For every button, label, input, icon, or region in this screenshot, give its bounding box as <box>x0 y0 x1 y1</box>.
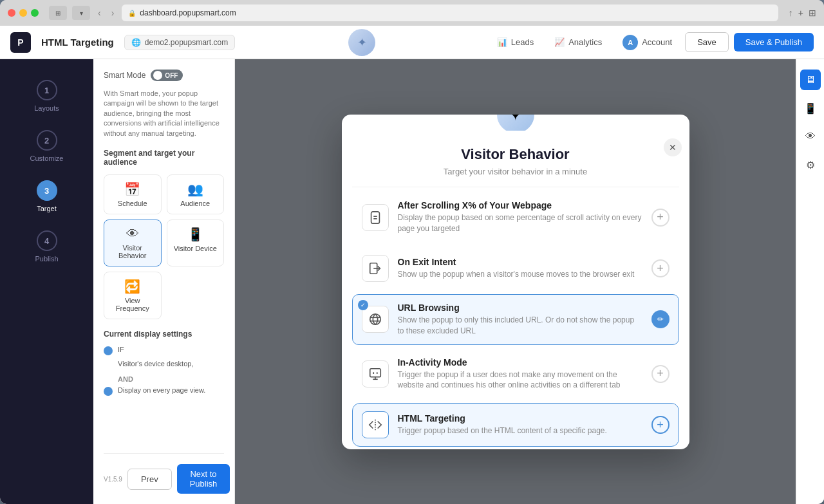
exit-add-btn[interactable]: + <box>651 259 670 277</box>
desktop-view-btn[interactable]: 🖥 <box>800 70 821 90</box>
app-logo: P <box>10 32 31 53</box>
smart-mode-desc: With Smart mode, your popup campaign wil… <box>104 89 224 138</box>
app-header: P HTML Targeting 🌐 demo2.popupsmart.com … <box>0 26 824 59</box>
target-item-view-frequency[interactable]: 🔁 View Frequency <box>104 272 162 319</box>
logo-text: P <box>17 37 23 48</box>
view-frequency-icon: 🔁 <box>124 279 140 294</box>
sidebar-item-customize[interactable]: 2 Customize <box>0 122 93 170</box>
html-title: HTML Targeting <box>398 413 642 424</box>
app-container: P HTML Targeting 🌐 demo2.popupsmart.com … <box>0 26 824 504</box>
step-label-2: Customize <box>30 154 64 162</box>
behavior-text-exit: On Exit Intent Show up the popup when a … <box>398 257 642 280</box>
lock-icon: 🔒 <box>128 10 136 17</box>
target-item-visitor-device[interactable]: 📱 Visitor Device <box>167 219 225 266</box>
site-badge: 🌐 demo2.popupsmart.com <box>124 35 235 50</box>
scroll-desc: Display the popup based on some percenta… <box>398 212 642 234</box>
behavior-text-html: HTML Targeting Trigger popup based on th… <box>398 413 642 436</box>
condition-page: Display on every page view. <box>104 386 224 396</box>
account-nav-item[interactable]: A Account <box>615 31 680 54</box>
url-check-indicator: ✓ <box>358 300 368 310</box>
share-icon[interactable]: ↑ <box>789 8 793 18</box>
smart-mode-row: Smart Mode OFF <box>104 70 224 81</box>
save-button[interactable]: Save <box>685 32 729 52</box>
eye-view-btn[interactable]: 👁 <box>800 126 821 147</box>
account-label: Account <box>642 37 672 47</box>
leads-icon: 📊 <box>497 37 507 47</box>
behavior-text-url: URL Browsing Show the popup to only this… <box>398 303 642 337</box>
segment-title: Segment and target your audience <box>104 149 224 167</box>
condition-dot-page <box>104 387 113 396</box>
step-label-1: Layouts <box>34 104 59 112</box>
back-btn[interactable]: ‹ <box>95 6 104 19</box>
main-content: ✕ Win an iPhone that will brighten your … <box>235 59 796 504</box>
behavior-item-exit[interactable]: On Exit Intent Show up the popup when a … <box>352 247 679 290</box>
target-item-schedule[interactable]: 📅 Schedule <box>104 174 162 214</box>
target-grid: 📅 Schedule 👥 Audience 👁 Visitor Behavior… <box>104 174 224 319</box>
modal-container: ✦ ✕ Visitor Behavior Target your visitor… <box>342 115 689 449</box>
target-item-audience[interactable]: 👥 Audience <box>167 174 225 214</box>
inactive-desc: Trigger the popup if a user does not mak… <box>398 369 642 391</box>
sidebar-item-layouts[interactable]: 1 Layouts <box>0 72 93 120</box>
modal-body: After Scrolling X% of Your Webpage Displ… <box>342 187 689 449</box>
behavior-item-url[interactable]: ✓ <box>352 294 679 345</box>
prev-button[interactable]: Prev <box>127 469 172 490</box>
settings-btn[interactable]: ⚙ <box>800 154 821 175</box>
exit-title: On Exit Intent <box>398 257 642 267</box>
leads-nav-item[interactable]: 📊 Leads <box>489 33 541 51</box>
visitor-behavior-icon: 👁 <box>126 227 139 241</box>
exit-behavior-icon <box>362 255 389 282</box>
mobile-view-btn[interactable]: 📱 <box>800 98 821 118</box>
modal-close-button[interactable]: ✕ <box>664 138 682 156</box>
sidebar: 1 Layouts 2 Customize 3 Target 4 Publish <box>0 59 93 504</box>
browser-window: ⊞ ▾ ‹ › 🔒 dashboard.popupsmart.com ↑ + ⊞… <box>0 0 824 504</box>
sidebar-item-target[interactable]: 3 Target <box>0 173 93 220</box>
maximize-traffic-light[interactable] <box>31 9 39 17</box>
step-label-4: Publish <box>35 255 58 263</box>
browser-controls: ⊞ ▾ ‹ › <box>49 6 117 20</box>
target-label-audience: Audience <box>180 200 210 207</box>
header-avatar-btn[interactable]: ✦ <box>348 29 375 56</box>
target-label-view-frequency: View Frequency <box>108 297 157 312</box>
exit-desc: Show up the popup when a visitor's mouse… <box>398 269 642 280</box>
analytics-nav-item[interactable]: 📈 Analytics <box>547 33 610 51</box>
close-traffic-light[interactable] <box>8 9 15 17</box>
sidebar-toggle-btn[interactable]: ⊞ <box>49 6 67 20</box>
traffic-lights <box>8 9 39 17</box>
inactive-add-btn[interactable]: + <box>651 365 670 383</box>
target-label-visitor-behavior: Visitor Behavior <box>108 244 157 259</box>
add-tab-icon[interactable]: + <box>798 8 803 18</box>
url-title: URL Browsing <box>398 303 642 313</box>
display-settings-title: Current display settings <box>104 330 224 339</box>
scroll-title: After Scrolling X% of Your Webpage <box>398 200 642 210</box>
minimize-traffic-light[interactable] <box>19 9 27 17</box>
header-nav: 📊 Leads 📈 Analytics A Account Save Save … <box>489 31 814 54</box>
target-item-visitor-behavior[interactable]: 👁 Visitor Behavior <box>104 219 162 266</box>
right-tools: 🖥 📱 👁 ⚙ <box>796 59 824 504</box>
address-bar[interactable]: 🔒 dashboard.popupsmart.com <box>122 5 778 21</box>
sidebar-item-publish[interactable]: 4 Publish <box>0 223 93 270</box>
schedule-icon: 📅 <box>124 182 140 197</box>
next-publish-button[interactable]: Next to Publish <box>177 464 230 494</box>
html-add-btn[interactable]: + <box>651 416 670 434</box>
site-url: demo2.popupsmart.com <box>145 38 228 47</box>
behavior-item-html[interactable]: HTML Targeting Trigger popup based on th… <box>352 403 679 447</box>
condition-connector-and: AND <box>118 375 224 383</box>
save-publish-button[interactable]: Save & Publish <box>734 33 814 51</box>
analytics-icon: 📈 <box>554 37 565 47</box>
url-edit-btn[interactable]: ✏ <box>651 310 670 328</box>
smart-mode-toggle[interactable]: OFF <box>151 70 183 81</box>
scroll-add-btn[interactable]: + <box>651 209 670 227</box>
step-circle-3: 3 <box>37 180 57 201</box>
inactive-behavior-icon <box>362 360 389 387</box>
behavior-item-inactive[interactable]: In-Activity Mode Trigger the popup if a … <box>352 349 679 400</box>
step-circle-2: 2 <box>37 130 57 151</box>
grid-icon[interactable]: ⊞ <box>809 8 816 18</box>
inactive-title: In-Activity Mode <box>398 357 642 368</box>
forward-btn[interactable]: › <box>109 6 117 19</box>
browser-actions: ↑ + ⊞ <box>789 8 816 18</box>
behavior-item-scroll[interactable]: After Scrolling X% of Your Webpage Displ… <box>352 192 679 243</box>
modal-overlay: ✦ ✕ Visitor Behavior Target your visitor… <box>235 59 796 504</box>
toggle-dot <box>153 71 162 80</box>
view-toggle-btn[interactable]: ▾ <box>72 6 90 20</box>
url-behavior-icon <box>362 306 389 333</box>
